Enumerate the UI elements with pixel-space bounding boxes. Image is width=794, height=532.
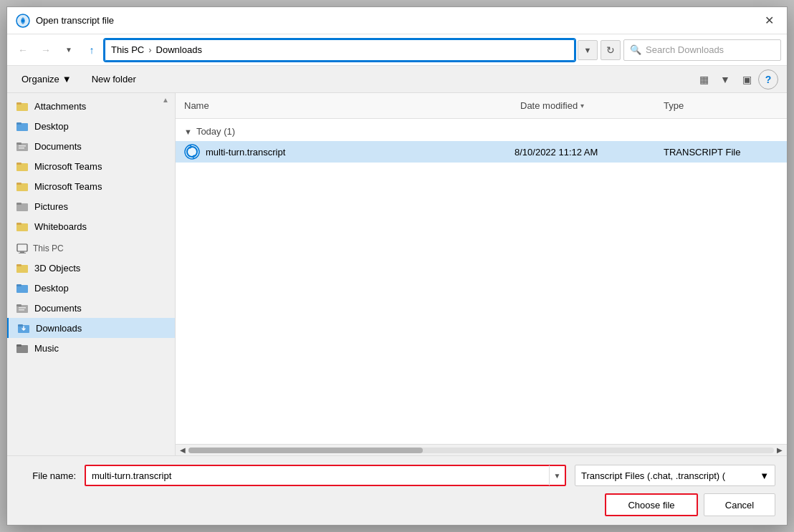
scroll-track (188, 448, 774, 453)
address-downloads: Downloads (156, 44, 202, 55)
filter-dropdown-icon: ▼ (760, 470, 769, 481)
preview-pane-button[interactable]: ▣ (737, 69, 757, 90)
group-header-today[interactable]: ▼ Today (1) (176, 122, 787, 141)
this-pc-icon (16, 242, 29, 255)
column-type[interactable]: Type (664, 100, 778, 111)
folder-desktop-icon (16, 120, 29, 132)
sidebar-item-attachments-label: Attachments (34, 101, 86, 112)
sort-arrow-icon: ▾ (580, 102, 584, 110)
refresh-button[interactable]: ↻ (601, 40, 621, 60)
sidebar-section-this-pc-label: This PC (33, 243, 64, 253)
column-date-modified[interactable]: Date modified ▾ (520, 100, 664, 111)
sidebar-item-pictures-label: Pictures (34, 201, 68, 212)
recent-locations-button[interactable]: ▼ (59, 40, 79, 60)
folder-docs2-icon (16, 301, 29, 314)
sidebar-scroll-up[interactable]: ▲ (159, 93, 172, 107)
svg-rect-25 (16, 284, 21, 286)
organize-dropdown-icon: ▼ (62, 74, 72, 84)
svg-rect-27 (16, 304, 21, 306)
new-folder-button[interactable]: New folder (86, 71, 142, 87)
folder-whiteboards-icon (16, 220, 29, 233)
svg-rect-16 (16, 203, 21, 205)
file-date-modified: 8/10/2022 11:12 AM (515, 147, 658, 158)
scroll-left-icon[interactable]: ◀ (177, 446, 188, 454)
forward-button[interactable]: → (36, 40, 56, 60)
folder-desktop2-icon (16, 281, 29, 294)
toolbar: Organize ▼ New folder ▦ ▼ ▣ ? (7, 66, 787, 93)
sidebar-item-attachments[interactable]: Attachments (7, 96, 175, 116)
dropdown-arrow-icon: ▼ (584, 46, 592, 54)
column-name[interactable]: Name (184, 100, 520, 111)
search-placeholder: Search Downloads (646, 44, 724, 55)
sidebar-item-pictures[interactable]: Pictures (7, 196, 175, 216)
svg-rect-12 (16, 163, 21, 165)
address-separator: › (148, 44, 151, 55)
group-header-label: Today (1) (196, 126, 235, 137)
view-details-button[interactable]: ▦ (694, 69, 714, 90)
svg-rect-9 (19, 145, 26, 147)
buttons-row: Choose file Cancel (19, 493, 775, 516)
svg-point-2 (21, 19, 24, 22)
svg-rect-6 (16, 122, 21, 125)
file-type-filter[interactable]: Transcript Files (.chat, .transcript) ( … (575, 465, 775, 486)
svg-rect-8 (16, 142, 21, 145)
folder-docs-icon (16, 140, 29, 153)
main-content: ▲ Attachments Desktop (7, 93, 787, 455)
sidebar-item-msteams1[interactable]: Microsoft Teams (7, 156, 175, 176)
bottom-bar: File name: ▼ Transcript Files (.chat, .t… (7, 455, 787, 525)
file-list: ▼ Today (1) multi-turn.transcript (176, 119, 787, 444)
sidebar-item-3d-objects-label: 3D Objects (34, 263, 80, 274)
horizontal-scrollbar[interactable]: ◀ ▶ (176, 444, 787, 455)
back-button[interactable]: ← (13, 40, 33, 60)
dialog-title-icon (16, 14, 30, 28)
sidebar-item-music[interactable]: Music (7, 338, 175, 358)
close-button[interactable]: ✕ (760, 11, 778, 30)
search-icon: 🔍 (630, 44, 641, 55)
file-input-dropdown-icon: ▼ (554, 472, 561, 480)
address-bar: ← → ▼ ↑ This PC › Downloads ▼ ↻ 🔍 Search… (7, 34, 787, 66)
scroll-thumb (188, 448, 423, 453)
sidebar-item-documents2[interactable]: Documents (7, 298, 175, 318)
sidebar-item-msteams2-label: Microsoft Teams (34, 181, 102, 192)
sidebar-item-documents1[interactable]: Documents (7, 136, 175, 156)
sidebar-item-3d-objects[interactable]: 3D Objects (7, 258, 175, 278)
sidebar: ▲ Attachments Desktop (7, 93, 176, 455)
view-dropdown-button[interactable]: ▼ (715, 69, 735, 90)
folder-teams1-icon (16, 160, 29, 173)
cancel-button[interactable]: Cancel (704, 493, 775, 516)
title-bar: Open transcript file ✕ (7, 7, 787, 34)
filter-label: Transcript Files (.chat, .transcript) ( (581, 470, 725, 481)
address-path[interactable]: This PC › Downloads (105, 39, 575, 61)
file-name-row: File name: ▼ Transcript Files (.chat, .t… (19, 465, 775, 486)
file-type: TRANSCRIPT File (664, 147, 778, 158)
folder-3d-icon (16, 261, 29, 274)
scroll-right-icon[interactable]: ▶ (774, 446, 785, 454)
file-name-dropdown[interactable]: ▼ (549, 465, 565, 485)
search-box[interactable]: 🔍 Search Downloads (623, 39, 781, 61)
open-transcript-dialog: Open transcript file ✕ ← → ▼ ↑ This PC ›… (6, 6, 788, 526)
choose-file-button[interactable]: Choose file (605, 493, 698, 516)
sidebar-item-desktop2[interactable]: Desktop (7, 278, 175, 298)
view-buttons: ▦ ▼ ▣ ? (694, 69, 778, 90)
address-dropdown[interactable]: ▼ (578, 40, 598, 60)
svg-rect-28 (19, 307, 26, 309)
table-row[interactable]: multi-turn.transcript 8/10/2022 11:12 AM… (176, 141, 787, 163)
sidebar-item-msteams1-label: Microsoft Teams (34, 161, 102, 172)
organize-button[interactable]: Organize ▼ (16, 71, 77, 87)
svg-rect-33 (16, 344, 21, 347)
preview-pane-icon: ▣ (742, 74, 752, 85)
sidebar-section-this-pc: This PC (7, 236, 175, 258)
svg-rect-14 (16, 183, 21, 185)
sidebar-item-documents1-label: Documents (34, 141, 82, 152)
help-button[interactable]: ? (758, 69, 778, 90)
up-button[interactable]: ↑ (82, 40, 102, 60)
file-icon (184, 144, 200, 160)
view-details-icon: ▦ (699, 74, 709, 85)
sidebar-item-desktop1[interactable]: Desktop (7, 116, 175, 136)
svg-rect-19 (17, 244, 27, 251)
sidebar-item-downloads[interactable]: Downloads (7, 318, 175, 338)
svg-rect-18 (16, 223, 21, 225)
file-name-input[interactable] (86, 465, 549, 485)
sidebar-item-whiteboards[interactable]: Whiteboards (7, 216, 175, 236)
sidebar-item-msteams2[interactable]: Microsoft Teams (7, 176, 175, 196)
